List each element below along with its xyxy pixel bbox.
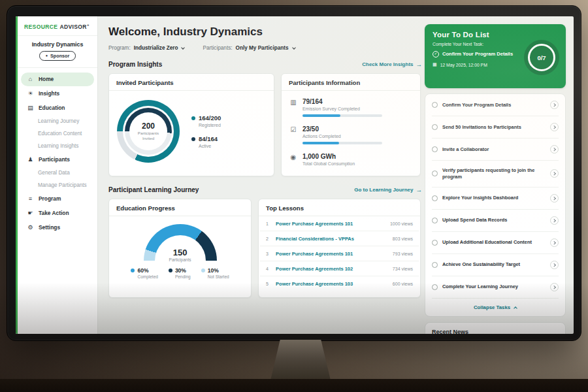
sidebar-item[interactable]: Education Content [21, 128, 94, 140]
sidebar-item[interactable]: Home [21, 73, 94, 86]
go-to-learning-journey-link[interactable]: Go to Learning Journey→ [354, 186, 422, 193]
task-checkbox[interactable] [432, 195, 438, 201]
nav-item-label: Settings [39, 224, 60, 231]
task-chevron-icon[interactable] [550, 169, 559, 178]
nav-item-icon [27, 156, 34, 163]
lesson-link[interactable]: Power Purchase Agreements 101 [276, 221, 385, 227]
stat-row: 79/164 Emission Survey Completed [282, 93, 420, 121]
task-checkbox[interactable] [432, 240, 438, 246]
sidebar-item[interactable]: Learning Journey [21, 116, 94, 127]
task-row[interactable]: Complete Your Learning Journey [432, 276, 559, 299]
filter-value: Only My Participants [236, 45, 289, 51]
sidebar-item[interactable]: Participants [21, 153, 94, 167]
sidebar-item[interactable]: Take Action [21, 206, 94, 220]
lesson-link[interactable]: Power Purchase Agreements 102 [276, 266, 388, 272]
task-chevron-icon[interactable] [550, 238, 559, 247]
stat-row: 23/50 Actions Completed [282, 121, 420, 148]
nav-item-label: Home [39, 76, 54, 82]
room-background: RESOURCEADVISOR+ Industry Dynamics ● Spo… [0, 0, 588, 392]
lesson-link[interactable]: Power Purchase Agreements 101 [276, 251, 388, 257]
collapse-tasks-link[interactable]: Collapse Tasks [432, 299, 559, 316]
lesson-views: 600 views [393, 282, 413, 286]
task-row[interactable]: Confirm Your Program Details [432, 94, 559, 116]
filter-label: Participants: [203, 45, 232, 51]
task-row[interactable]: Explore Your Insights Dashboard [432, 188, 559, 210]
arrow-right-icon: → [416, 61, 423, 68]
nav-item-label: Program [39, 195, 61, 202]
task-chevron-icon[interactable] [550, 261, 559, 269]
stat-icon [289, 154, 297, 161]
filter-dropdown[interactable]: Participants: Only My Participants [203, 45, 295, 51]
sidebar-nav: Home Insights Education [18, 68, 97, 239]
todo-due-date: ▦ 12 May 2025, 12:00 PM [433, 62, 558, 67]
nav-item-label: Learning Journey [38, 118, 79, 124]
sidebar-item[interactable]: Settings [21, 221, 94, 235]
task-row[interactable]: Verify participants requesting to join t… [432, 161, 559, 188]
task-checkbox[interactable] [432, 262, 438, 268]
learning-journey-header: Participant Learning Journey Go to Learn… [108, 186, 422, 193]
filter-dropdown[interactable]: Program: Industrialize Zero [108, 45, 184, 51]
task-row[interactable]: Invite a Collaborator [432, 139, 559, 161]
lesson-link[interactable]: Financial Considerations - VPPAs [276, 236, 388, 242]
stat-label: Actions Completed [302, 134, 382, 139]
task-row[interactable]: Achieve One Sustainability Target [432, 254, 559, 276]
filter-value: Industrialize Zero [134, 45, 178, 51]
task-row[interactable]: Upload Additional Educational Content [432, 232, 559, 254]
todo-progress-value: 0/7 [528, 44, 555, 71]
task-checkbox[interactable] [432, 102, 438, 108]
top-lessons-card: Top Lessons 1 Power Purchase Agreements … [258, 199, 421, 298]
card-title: Invited Participants [109, 74, 274, 91]
stat-progress-track [302, 114, 382, 117]
nav-item-icon [27, 210, 34, 216]
legend-dot [191, 137, 195, 141]
section-title: Program Insights [108, 61, 162, 68]
check-more-insights-link[interactable]: Check More Insights→ [362, 61, 422, 68]
invited-donut-chart: 200 Participants Invited [117, 100, 180, 163]
chevron-down-icon [182, 46, 186, 50]
insights-cards-row: Invited Participants 200 Participants In… [108, 73, 421, 176]
task-chevron-icon[interactable] [550, 101, 559, 109]
stat-progress-track [302, 142, 382, 144]
lesson-row: 1 Power Purchase Agreements 101 1000 vie… [260, 216, 419, 231]
gauge-center: 150 Participants [144, 248, 217, 262]
program-insights-header: Program Insights Check More Insights→ [108, 61, 422, 68]
task-label: Complete Your Learning Journey [442, 284, 546, 290]
brand-secondary: ADVISOR+ [59, 24, 89, 30]
task-chevron-icon[interactable] [550, 216, 559, 225]
stat-value: 79/164 [302, 98, 382, 105]
org-name: Industry Dynamics [20, 41, 95, 48]
lesson-rank: 4 [266, 267, 271, 271]
todo-subtitle: Complete Your Next Task: [433, 42, 558, 46]
legend-label: Completed [137, 274, 157, 279]
task-chevron-icon[interactable] [550, 194, 559, 203]
sidebar-item[interactable]: General Data [21, 167, 94, 179]
task-chevron-icon[interactable] [550, 283, 559, 291]
legend-dot [169, 269, 172, 272]
task-checkbox[interactable] [432, 124, 438, 130]
card-title: Education Progress [109, 199, 251, 216]
task-chevron-icon[interactable] [550, 123, 559, 131]
sidebar-item[interactable]: Manage Participants [21, 180, 94, 191]
task-chevron-icon[interactable] [550, 145, 559, 154]
desk-edge [0, 379, 588, 392]
task-row[interactable]: Upload Spend Data Records [432, 210, 559, 232]
task-row[interactable]: Send 50 Invitations to Participants [432, 116, 559, 139]
stat-value: 23/50 [302, 125, 382, 133]
page-title: Welcome, Industry Dynamics [108, 25, 421, 39]
sidebar-item[interactable]: Program [21, 192, 94, 206]
lesson-views: 793 views [393, 252, 413, 256]
invited-participants-card: Invited Participants 200 Participants In… [108, 73, 274, 176]
task-checkbox[interactable] [432, 284, 438, 290]
sidebar-item[interactable]: Education [21, 101, 94, 115]
legend-value: 164/200 [199, 114, 221, 122]
sidebar-item[interactable]: Learning Insights [21, 140, 94, 152]
task-checkbox[interactable] [432, 146, 438, 152]
lesson-link[interactable]: Power Purchase Agreements 103 [276, 281, 388, 287]
task-checkbox[interactable] [432, 171, 438, 176]
task-label: Achieve One Sustainability Target [442, 261, 546, 268]
card-title: Top Lessons [259, 199, 420, 216]
sidebar-item[interactable]: Insights [21, 87, 94, 101]
monitor-bezel: RESOURCEADVISOR+ Industry Dynamics ● Spo… [7, 5, 581, 341]
task-checkbox[interactable] [432, 218, 438, 223]
donut-ring-inner [125, 108, 172, 155]
